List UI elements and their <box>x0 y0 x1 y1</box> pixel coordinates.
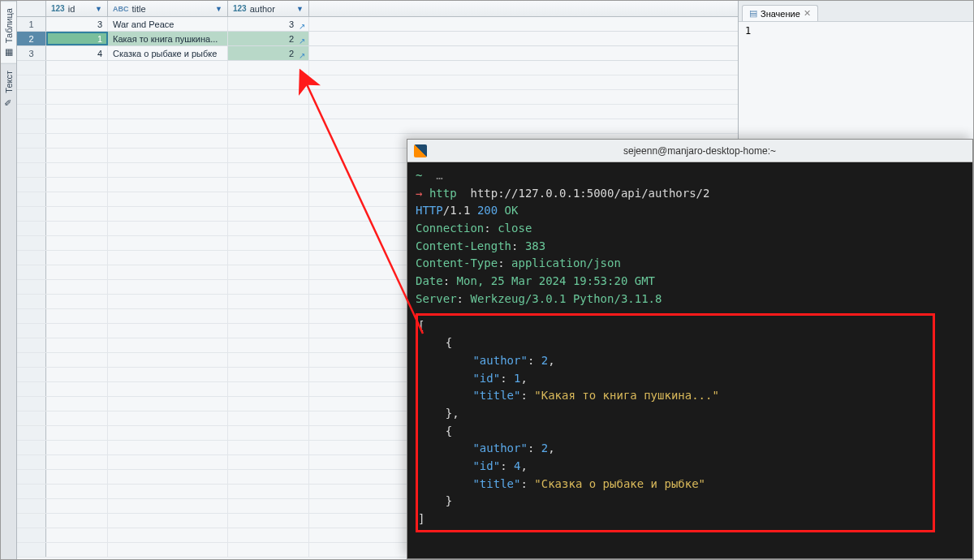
row-number[interactable]: 1 <box>17 17 46 31</box>
terminal-body[interactable]: ~ … → http http://127.0.0.1:5000/api/aut… <box>407 162 972 558</box>
cell-author[interactable]: 2 ↗ <box>228 46 309 60</box>
json-key: "author" <box>472 442 527 454</box>
json-key: "title" <box>472 477 520 490</box>
cell-author-value: 3 <box>289 19 294 29</box>
json-colon: : <box>500 372 506 385</box>
cell-id[interactable]: 3 <box>46 17 108 31</box>
json-comma: , <box>548 354 554 367</box>
column-name: title <box>132 4 146 14</box>
side-tab-strip: ▦ Таблица ✎ Текст <box>1 1 17 559</box>
text-type-icon: ABC <box>113 5 129 13</box>
resp-text: OK <box>505 204 519 217</box>
value-panel-tab[interactable]: ▤ Значение ✕ <box>742 5 818 21</box>
grid-corner[interactable] <box>17 1 46 16</box>
json-brace: { <box>446 424 452 437</box>
empty-row <box>17 75 738 90</box>
cell-author-value: 2 <box>289 49 294 58</box>
panel-icon: ▤ <box>749 8 757 19</box>
json-comma: , <box>452 407 459 420</box>
value-panel-tabbar: ▤ Значение ✕ <box>739 1 973 22</box>
cell-author[interactable]: 2 ↗ <box>228 32 309 45</box>
grid-icon: ▦ <box>3 46 14 57</box>
numeric-type-icon: 123 <box>233 4 247 13</box>
value-panel-content[interactable]: 1 <box>739 22 973 40</box>
json-number: 2 <box>541 442 548 454</box>
terminal-window: sejeenn@manjaro-desktop-home:~ ~ … → htt… <box>407 139 973 559</box>
table-row[interactable]: 2 1 Какая то книга пушкина... 2 ↗ <box>17 32 738 46</box>
json-colon: : <box>500 459 506 472</box>
column-name: author <box>250 4 275 14</box>
value-text: 1 <box>745 25 751 37</box>
cell-title[interactable]: Сказка о рыбаке и рыбке <box>108 46 228 60</box>
cmd-program: http <box>429 187 457 200</box>
empty-row <box>17 105 738 119</box>
empty-row <box>17 61 738 75</box>
row-number[interactable]: 3 <box>17 46 46 60</box>
cell-id[interactable]: 4 <box>46 46 108 60</box>
json-key: "author" <box>472 354 527 367</box>
column-header-title[interactable]: ABC title ▼ <box>108 1 228 16</box>
cell-title[interactable]: War and Peace <box>108 17 228 31</box>
json-number: 2 <box>541 354 548 367</box>
json-brace: { <box>446 336 452 349</box>
row-number[interactable]: 2 <box>17 32 46 45</box>
empty-row <box>17 90 738 105</box>
resp-code: 200 <box>477 204 498 217</box>
json-response-box: [ { "author": 2, "id": 1, "title": "Кака… <box>416 313 935 532</box>
grid-header-row: 123 id ▼ ABC title ▼ 123 author ▼ <box>17 1 738 17</box>
column-header-author[interactable]: 123 author ▼ <box>228 1 309 16</box>
value-panel-tab-label: Значение <box>761 9 800 19</box>
json-bracket: ] <box>418 512 425 525</box>
cmd-url: http://127.0.0.1:5000/api/authors/2 <box>470 187 709 200</box>
foreign-key-icon[interactable]: ↗ <box>296 49 305 58</box>
json-key: "id" <box>472 372 500 385</box>
close-icon[interactable]: ✕ <box>804 8 811 19</box>
json-colon: : <box>528 442 534 454</box>
resp-proto: HTTP <box>416 204 443 217</box>
column-name: id <box>68 4 75 14</box>
cell-author[interactable]: 3 ↗ <box>228 17 309 31</box>
side-tab-table[interactable]: ▦ Таблица <box>1 1 16 63</box>
numeric-type-icon: 123 <box>51 4 65 13</box>
empty-row <box>17 119 738 134</box>
foreign-key-icon[interactable]: ↗ <box>296 19 305 28</box>
json-key: "title" <box>472 389 520 402</box>
terminal-titlebar[interactable]: sejeenn@manjaro-desktop-home:~ <box>407 140 972 162</box>
side-tab-text[interactable]: ✎ Текст <box>1 63 16 114</box>
terminal-app-icon <box>414 144 427 157</box>
table-row[interactable]: 3 4 Сказка о рыбаке и рыбке 2 ↗ <box>17 46 738 61</box>
json-string: "Сказка о рыбаке и рыбке" <box>534 477 705 490</box>
resp-ver: /1.1 <box>443 204 471 217</box>
json-string: "Какая то книга пушкина..." <box>534 389 719 402</box>
foreign-key-icon[interactable]: ↗ <box>296 34 305 43</box>
cell-author-value: 2 <box>289 34 294 44</box>
prompt-arrow: → <box>416 187 422 200</box>
table-row[interactable]: 1 3 War and Peace 3 ↗ <box>17 17 738 32</box>
json-comma: , <box>520 459 527 472</box>
json-comma: , <box>548 442 554 454</box>
json-bracket: [ <box>418 319 425 332</box>
side-tab-table-label: Таблица <box>4 8 14 43</box>
json-colon: : <box>520 389 527 402</box>
json-key: "id" <box>472 459 500 472</box>
column-header-id[interactable]: 123 id ▼ <box>46 1 108 16</box>
prompt-cwd: ~ <box>416 169 422 182</box>
json-colon: : <box>528 354 534 367</box>
json-comma: , <box>520 372 527 385</box>
chevron-down-icon[interactable]: ▼ <box>215 5 222 13</box>
prompt-dots: … <box>436 169 442 182</box>
text-icon: ✎ <box>3 97 14 107</box>
json-colon: : <box>520 477 527 490</box>
cell-title[interactable]: Какая то книга пушкина... <box>108 32 228 45</box>
chevron-down-icon[interactable]: ▼ <box>296 5 304 13</box>
side-tab-text-label: Текст <box>4 71 14 93</box>
json-brace: } <box>446 407 452 420</box>
terminal-title: sejeenn@manjaro-desktop-home:~ <box>433 145 966 157</box>
chevron-down-icon[interactable]: ▼ <box>95 5 102 13</box>
cell-id[interactable]: 1 <box>46 32 108 45</box>
json-brace: } <box>446 494 452 507</box>
